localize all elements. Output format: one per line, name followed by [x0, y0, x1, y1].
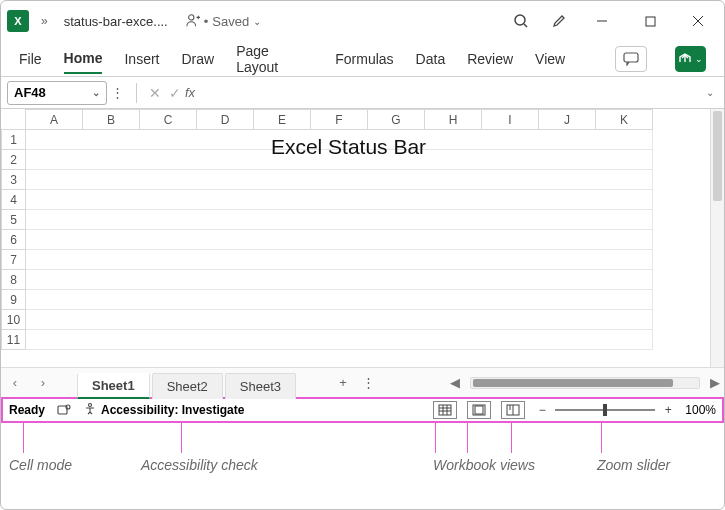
svg-point-0 [188, 14, 193, 19]
row-header[interactable]: 3 [2, 170, 26, 190]
accessibility-icon [83, 402, 97, 419]
callout-line [601, 423, 602, 453]
comments-button[interactable] [615, 46, 646, 72]
svg-rect-3 [646, 17, 655, 26]
col-header[interactable]: G [368, 110, 425, 130]
col-header[interactable]: B [83, 110, 140, 130]
vertical-scrollbar[interactable] [710, 109, 724, 367]
scrollbar-thumb[interactable] [713, 111, 722, 201]
chevron-down-icon: ⌄ [695, 54, 703, 64]
search-icon[interactable] [506, 6, 536, 36]
zoom-in-button[interactable]: + [661, 403, 675, 417]
tab-review[interactable]: Review [467, 45, 513, 73]
status-bar: Ready Accessibility: Investigate − + 100… [1, 397, 724, 423]
vertical-dots-icon[interactable]: ⋮ [107, 85, 128, 100]
expand-formula-bar-icon[interactable]: ⌄ [706, 87, 714, 98]
zoom-track[interactable] [555, 409, 655, 411]
share-button[interactable]: ⌄ [675, 46, 706, 72]
col-header[interactable]: A [26, 110, 83, 130]
hscroll-left-icon[interactable]: ◀ [446, 375, 464, 390]
tab-draw[interactable]: Draw [181, 45, 214, 73]
tab-home[interactable]: Home [64, 44, 103, 74]
row-header[interactable]: 5 [2, 210, 26, 230]
svg-point-7 [89, 403, 92, 406]
select-all-corner[interactable] [2, 110, 26, 130]
divider [136, 83, 137, 103]
formula-bar: AF48 ⌄ ⋮ ✕ ✓ fx ⌄ [1, 77, 724, 109]
row-header[interactable]: 6 [2, 230, 26, 250]
cell-mode-label: Ready [9, 403, 45, 417]
tab-formulas[interactable]: Formulas [335, 45, 393, 73]
sheet-tab[interactable]: Sheet3 [225, 373, 296, 399]
svg-rect-8 [439, 405, 451, 415]
tab-file[interactable]: File [19, 45, 42, 73]
sheet-nav-prev[interactable]: ‹ [1, 375, 29, 390]
tab-data[interactable]: Data [416, 45, 446, 73]
maximize-button[interactable] [630, 6, 670, 36]
view-page-layout-button[interactable] [467, 401, 491, 419]
row-header[interactable]: 11 [2, 330, 26, 350]
callout-line [181, 423, 182, 453]
zoom-slider: − + [535, 403, 675, 417]
zoom-percent-label[interactable]: 100% [685, 403, 716, 417]
horizontal-scrollbar[interactable] [470, 377, 700, 389]
row-header[interactable]: 9 [2, 290, 26, 310]
hscroll-right-icon[interactable]: ▶ [706, 375, 724, 390]
row-header[interactable]: 1 [2, 130, 26, 150]
chevron-down-icon[interactable]: ⌄ [92, 87, 100, 98]
col-header[interactable]: E [254, 110, 311, 130]
tab-insert[interactable]: Insert [124, 45, 159, 73]
close-button[interactable] [678, 6, 718, 36]
pen-icon[interactable] [544, 6, 574, 36]
row-header[interactable]: 8 [2, 270, 26, 290]
bullet-icon: • [204, 14, 209, 29]
row-header[interactable]: 2 [2, 150, 26, 170]
view-page-break-button[interactable] [501, 401, 525, 419]
row-header[interactable]: 10 [2, 310, 26, 330]
tab-page-layout[interactable]: Page Layout [236, 37, 313, 81]
callout-accessibility: Accessibility check [141, 457, 258, 473]
fx-icon[interactable]: fx [185, 85, 195, 100]
col-header[interactable]: H [425, 110, 482, 130]
col-header[interactable]: K [596, 110, 653, 130]
view-normal-button[interactable] [433, 401, 457, 419]
callout-line [467, 423, 468, 453]
macro-record-icon[interactable] [55, 401, 73, 419]
annotation-callouts: Cell mode Accessibility check Workbook v… [1, 423, 724, 487]
enter-formula-icon[interactable]: ✓ [165, 85, 185, 101]
spreadsheet-grid: A B C D E F G H I J K 1 2 3 4 5 6 7 [1, 109, 724, 367]
minimize-button[interactable] [582, 6, 622, 36]
col-header[interactable]: D [197, 110, 254, 130]
row-header[interactable]: 7 [2, 250, 26, 270]
callout-views: Workbook views [433, 457, 535, 473]
zoom-thumb[interactable] [603, 404, 607, 416]
callout-cell-mode: Cell mode [9, 457, 72, 473]
col-header[interactable]: J [539, 110, 596, 130]
sheet-table[interactable]: A B C D E F G H I J K 1 2 3 4 5 6 7 [1, 109, 653, 350]
sheet-tab[interactable]: Sheet2 [152, 373, 223, 399]
name-box[interactable]: AF48 ⌄ [7, 81, 107, 105]
person-icon [186, 13, 200, 30]
sheet-nav-next[interactable]: › [29, 375, 57, 390]
col-header[interactable]: F [311, 110, 368, 130]
add-sheet-button[interactable]: + [328, 375, 358, 390]
title-bar: X » status-bar-exce.... • Saved ⌄ [1, 1, 724, 41]
accessibility-status[interactable]: Accessibility: Investigate [83, 402, 244, 419]
col-header[interactable]: C [140, 110, 197, 130]
quick-access-overflow-icon[interactable]: » [37, 14, 52, 28]
tab-view[interactable]: View [535, 45, 565, 73]
scrollbar-thumb[interactable] [473, 379, 673, 387]
zoom-out-button[interactable]: − [535, 403, 549, 417]
sheet-tab[interactable]: Sheet1 [77, 373, 150, 399]
file-name[interactable]: status-bar-exce.... [60, 12, 172, 31]
save-status[interactable]: • Saved ⌄ [186, 13, 261, 30]
callout-line [511, 423, 512, 453]
cancel-formula-icon[interactable]: ✕ [145, 85, 165, 101]
excel-window: X » status-bar-exce.... • Saved ⌄ Fil [0, 0, 725, 510]
formula-input[interactable] [201, 81, 696, 105]
col-header[interactable]: I [482, 110, 539, 130]
svg-rect-13 [475, 406, 483, 414]
sheet-menu-icon[interactable]: ⋮ [358, 375, 379, 390]
accessibility-label: Accessibility: Investigate [101, 403, 244, 417]
row-header[interactable]: 4 [2, 190, 26, 210]
